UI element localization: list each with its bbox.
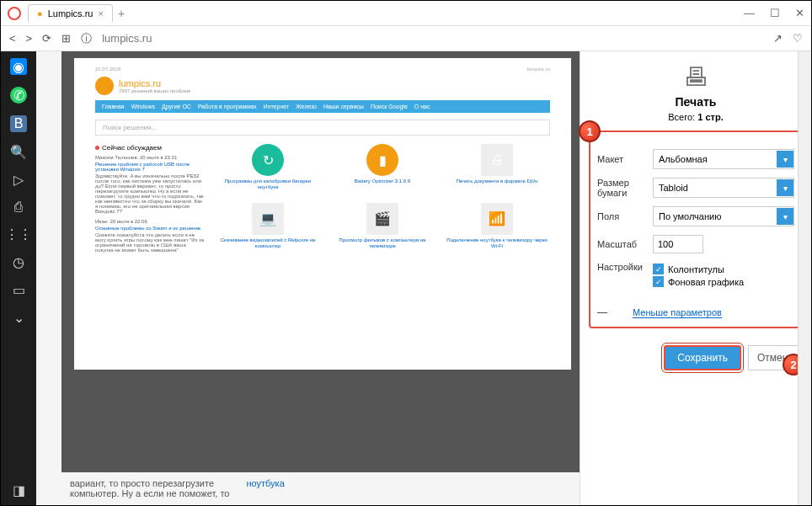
vk-icon[interactable]: B <box>10 115 27 132</box>
layout-select[interactable]: Альбомная▾ <box>653 149 794 169</box>
layout-label: Макет <box>597 154 646 164</box>
camera-icon[interactable]: ⎙ <box>14 200 23 215</box>
headers-checkbox[interactable]: ✓ <box>653 264 664 274</box>
less-options-link[interactable]: Меньше параметров <box>633 307 722 318</box>
bookmarks-icon[interactable]: ▭ <box>13 282 25 298</box>
print-preview: 21.07.2018lumpics.ru lumpics.ru 7907 реш… <box>61 51 580 472</box>
window-controls: — ☐ ✕ <box>744 7 804 19</box>
collapse-icon[interactable]: ◨ <box>13 482 25 498</box>
print-panel: 🖶 Печать Всего: 1 стр. 1 Макет Альбомная… <box>580 51 811 506</box>
chevron-down-icon[interactable]: ⌄ <box>13 310 24 326</box>
print-title: Печать <box>589 95 803 109</box>
security-icon[interactable]: ⓘ <box>81 31 92 46</box>
apps-icon[interactable]: ⋮⋮ <box>5 226 32 242</box>
tab-title: Lumpics.ru <box>48 8 93 19</box>
close-window-button[interactable]: ✕ <box>795 7 804 19</box>
paper-size-select[interactable]: Tabloid▾ <box>653 178 794 198</box>
nav-forward-icon[interactable]: > <box>26 32 33 45</box>
collapse-icon[interactable]: — <box>597 306 607 318</box>
content-area: Я 21.07.2018lumpics.ru lumpics.ru 7907 р… <box>36 51 580 506</box>
bookmark-icon[interactable]: ♡ <box>793 32 803 45</box>
preview-page: 21.07.2018lumpics.ru lumpics.ru 7907 реш… <box>74 58 571 370</box>
margins-select[interactable]: По умолчанию▾ <box>653 206 794 226</box>
paper-label: Размер бумаги <box>597 178 646 198</box>
new-tab-button[interactable]: + <box>118 7 125 20</box>
background-checkbox[interactable]: ✓ <box>653 276 664 287</box>
whatsapp-icon[interactable]: ✆ <box>10 87 27 104</box>
clock-icon[interactable]: ◷ <box>13 254 24 270</box>
annotation-badge-1: 1 <box>579 120 601 142</box>
minimize-button[interactable]: — <box>744 7 755 19</box>
close-tab-icon[interactable]: × <box>98 8 103 19</box>
scale-label: Масштаб <box>597 239 646 249</box>
window-titlebar: ● Lumpics.ru × + — ☐ ✕ <box>1 1 811 26</box>
sidebar-rail: ◉ ✆ B 🔍 ▷ ⎙ ⋮⋮ ◷ ▭ ⌄ ◨ <box>1 51 36 506</box>
margins-label: Поля <box>597 211 646 221</box>
share-icon[interactable]: ↗ <box>773 32 783 45</box>
save-button[interactable]: Сохранить <box>664 345 741 370</box>
site-logo-icon <box>95 77 114 95</box>
browser-tab[interactable]: ● Lumpics.ru × <box>28 4 113 22</box>
site-title: lumpics.ru <box>119 78 190 88</box>
settings-label: Настройки <box>597 262 646 272</box>
settings-highlight: 1 Макет Альбомная▾ Размер бумаги Tabloid… <box>589 130 803 328</box>
action-buttons: Сохранить Отмена 2 <box>589 345 803 370</box>
preview-nav: ГлавнаяWindowsДругие ОСРабота в программ… <box>95 100 550 113</box>
opera-logo-icon[interactable] <box>8 7 21 20</box>
vertical-scrollbar[interactable] <box>798 51 811 505</box>
reload-icon[interactable]: ⟳ <box>42 32 51 45</box>
messenger-icon[interactable]: ◉ <box>10 58 27 75</box>
address-bar: < > ⟳ ⊞ ⓘ lumpics.ru ↗ ♡ <box>1 26 811 51</box>
chevron-down-icon: ▾ <box>777 208 793 225</box>
chevron-down-icon: ▾ <box>777 151 793 168</box>
search-icon[interactable]: 🔍 <box>10 144 27 160</box>
scale-input[interactable] <box>653 235 703 253</box>
background-text: вариант, то просто перезагрузите компьют… <box>70 478 575 498</box>
url-field[interactable]: lumpics.ru <box>102 32 763 45</box>
maximize-button[interactable]: ☐ <box>770 7 780 19</box>
speed-dial-icon[interactable]: ⊞ <box>61 32 71 45</box>
printer-icon: 🖶 <box>589 63 803 92</box>
send-icon[interactable]: ▷ <box>13 172 24 188</box>
chevron-down-icon: ▾ <box>777 179 793 196</box>
preview-search: Поиск решения... <box>95 120 550 136</box>
page-count: Всего: 1 стр. <box>589 112 803 122</box>
nav-back-icon[interactable]: < <box>9 32 16 45</box>
